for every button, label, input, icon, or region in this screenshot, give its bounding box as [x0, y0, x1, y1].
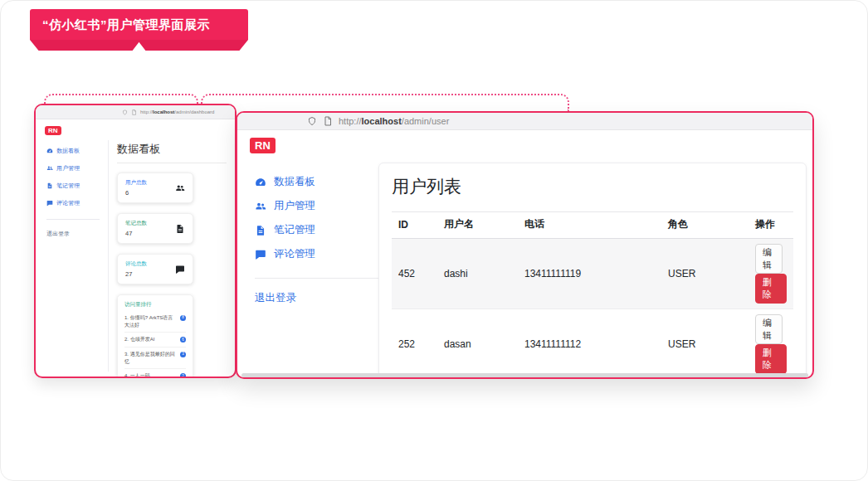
stat-value: 47: [125, 230, 147, 237]
horizontal-scrollbar[interactable]: [241, 373, 808, 377]
cell-actions: 编辑删除: [749, 309, 793, 380]
users-icon: [46, 165, 53, 172]
back-sidebar: 数据看板用户管理笔记管理评论管理退出登录: [36, 140, 109, 372]
table-row: 452dashi13411111119USER编辑删除: [392, 239, 793, 309]
ranking-item[interactable]: 4. 一人一码2: [124, 368, 186, 378]
front-url-bar[interactable]: http://localhost/admin/user: [237, 113, 812, 130]
sidebar-item-comment[interactable]: 评论管理: [255, 247, 378, 261]
front-window-body: 数据看板用户管理笔记管理评论管理退出登录 用户列表 ID 用户名 电话 角色: [237, 157, 812, 379]
sidebar-item-label: 评论管理: [274, 247, 315, 261]
stat-label: 用户总数: [125, 179, 147, 187]
sidebar-item-comment[interactable]: 评论管理: [46, 199, 103, 207]
comment-icon: [255, 249, 266, 260]
sidebar-item-label: 笔记管理: [274, 223, 315, 237]
dashboard-icon: [46, 148, 53, 154]
sidebar-item-dashboard[interactable]: 数据看板: [46, 147, 103, 155]
stat-cards: 用户总数6笔记总数47评论总数27: [117, 172, 227, 284]
back-url-bar[interactable]: http://localhost/admin/dashboard: [36, 105, 235, 119]
table-header-row: ID 用户名 电话 角色 操作: [392, 212, 793, 239]
page-icon: [131, 109, 137, 115]
visit-count-badge: 2: [180, 373, 186, 378]
sidebar-divider: [255, 278, 378, 279]
stat-card: 笔记总数47: [117, 213, 193, 244]
stat-value: 27: [125, 270, 147, 278]
cell-phone: 13411111112: [518, 309, 661, 380]
logout-link[interactable]: 退出登录: [46, 230, 103, 238]
ranking-title: 访问量排行: [124, 301, 186, 309]
col-header-id: ID: [392, 212, 437, 239]
user-table: ID 用户名 电话 角色 操作 452dashi13411111119USER编…: [392, 211, 793, 379]
ranking-item-text: 2. 仓颉开发AI: [124, 336, 154, 343]
stat-card: 用户总数6: [117, 172, 193, 203]
delete-button[interactable]: 删除: [755, 344, 787, 374]
sidebar-item-label: 用户管理: [274, 199, 315, 213]
sidebar-item-dashboard[interactable]: 数据看板: [255, 175, 378, 189]
cell-id: 452: [392, 239, 437, 309]
sidebar-item-label: 数据看板: [274, 175, 315, 189]
sidebar-item-label: 笔记管理: [56, 182, 80, 190]
sidebar-item-users[interactable]: 用户管理: [255, 199, 378, 213]
back-browser-window: http://localhost/admin/dashboard RN 数据看板…: [34, 104, 237, 378]
ranking-list: 1. 你懂吗? ArkTS语言大法好82. 仓颉开发AI63. 遇见你是我最好的…: [124, 311, 186, 378]
shield-icon: [307, 116, 317, 126]
col-header-phone: 电话: [518, 212, 661, 239]
visit-count-badge: 6: [180, 337, 186, 343]
sidebar-item-label: 数据看板: [56, 147, 80, 155]
screenshot-canvas: “仿小红书”用户管理界面展示 http://localhost/admin/da…: [0, 0, 868, 481]
banner-ribbon-tail: [30, 40, 248, 51]
url-text: http://localhost/admin/dashboard: [140, 109, 214, 114]
ranking-item-text: 4. 一人一码: [124, 372, 150, 378]
sidebar-item-note[interactable]: 笔记管理: [46, 182, 103, 190]
page-icon: [323, 116, 333, 126]
dashboard-heading: 数据看板: [117, 142, 227, 163]
cell-role: USER: [661, 309, 749, 380]
back-window-body: 数据看板用户管理笔记管理评论管理退出登录 数据看板 用户总数6笔记总数47评论总…: [36, 140, 235, 372]
ranking-item[interactable]: 1. 你懂吗? ArkTS语言大法好8: [124, 311, 186, 332]
banner-ribbon: “仿小红书”用户管理界面展示: [30, 9, 248, 51]
stat-label: 评论总数: [125, 260, 147, 268]
col-header-username: 用户名: [437, 212, 518, 239]
ranking-item[interactable]: 2. 仓颉开发AI6: [124, 332, 186, 347]
note-icon: [46, 182, 53, 189]
front-browser-window: http://localhost/admin/user RN 数据看板用户管理笔…: [236, 111, 814, 379]
url-text: http://localhost/admin/user: [339, 116, 449, 126]
back-main-panel: 数据看板 用户总数6笔记总数47评论总数27 访问量排行 1. 你懂吗? Ark…: [109, 140, 235, 372]
note-icon: [255, 225, 266, 236]
users-icon: [175, 183, 185, 193]
comment-icon: [175, 265, 185, 275]
cell-id: 252: [392, 309, 437, 380]
cell-username: dasan: [437, 309, 518, 380]
sidebar-item-label: 用户管理: [56, 164, 80, 172]
comment-icon: [46, 200, 53, 206]
sidebar-item-users[interactable]: 用户管理: [46, 164, 103, 172]
table-row: 252dasan13411111112USER编辑删除: [392, 309, 793, 380]
user-list-card: 用户列表 ID 用户名 电话 角色 操作: [378, 163, 807, 379]
dashboard-icon: [255, 177, 266, 188]
app-logo: RN: [45, 126, 61, 135]
logout-link[interactable]: 退出登录: [255, 291, 378, 305]
cell-actions: 编辑删除: [749, 239, 793, 309]
delete-button[interactable]: 删除: [755, 274, 787, 304]
stat-value: 6: [125, 189, 147, 197]
ranking-card: 访问量排行 1. 你懂吗? ArkTS语言大法好82. 仓颉开发AI63. 遇见…: [117, 294, 193, 378]
stat-card: 评论总数27: [117, 254, 193, 284]
stat-text: 用户总数6: [125, 179, 147, 197]
dotted-outline-front-window: [201, 94, 569, 111]
ranking-item-text: 1. 你懂吗? ArkTS语言大法好: [124, 314, 178, 328]
stat-text: 评论总数27: [125, 260, 147, 278]
visit-count-badge: 3: [180, 352, 186, 357]
stat-label: 笔记总数: [125, 220, 147, 227]
cell-role: USER: [661, 239, 749, 309]
page-title: 用户列表: [392, 175, 793, 198]
banner-title: “仿小红书”用户管理界面展示: [30, 9, 248, 40]
shield-icon: [122, 109, 128, 115]
sidebar-item-note[interactable]: 笔记管理: [255, 223, 378, 237]
front-sidebar: 数据看板用户管理笔记管理评论管理退出登录: [237, 157, 378, 305]
note-icon: [175, 224, 185, 234]
visit-count-badge: 8: [180, 315, 186, 321]
sidebar-item-label: 评论管理: [56, 199, 80, 207]
ranking-item[interactable]: 3. 遇见你是我最好的回忆3: [124, 347, 186, 368]
edit-button[interactable]: 编辑: [755, 314, 783, 344]
col-header-actions: 操作: [749, 212, 793, 239]
edit-button[interactable]: 编辑: [755, 244, 783, 274]
